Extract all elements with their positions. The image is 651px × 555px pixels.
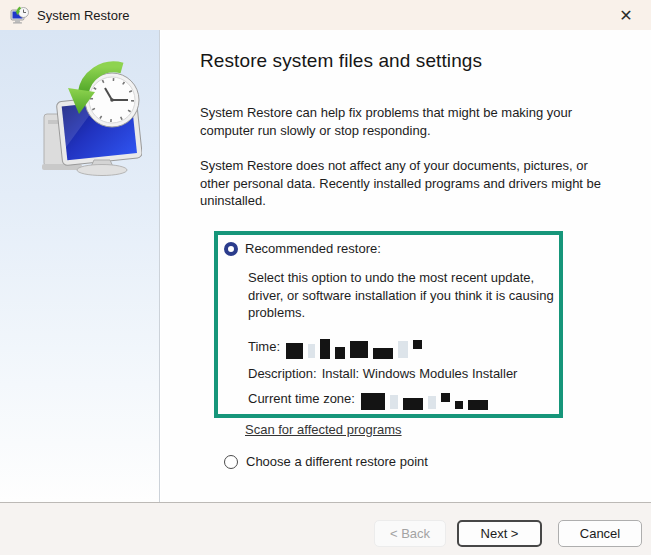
recommended-restore-description: Select this option to undo the most rece… [248, 269, 554, 322]
recommended-restore-label: Recommended restore: [245, 241, 381, 256]
close-icon[interactable]: ✕ [613, 3, 639, 27]
restore-time-row: Time: [248, 339, 427, 359]
footer-bar: < Back Next > Cancel [0, 502, 651, 555]
scan-affected-programs-link[interactable]: Scan for affected programs [245, 422, 402, 437]
timezone-value-redacted [361, 391, 493, 410]
choose-different-restore-radio[interactable] [224, 455, 238, 469]
window-title: System Restore [37, 8, 129, 23]
intro-paragraph: System Restore can help fix problems tha… [200, 104, 572, 139]
time-value-redacted [286, 339, 427, 359]
timezone-label: Current time zone: [248, 391, 355, 406]
description-value: Install: Windows Modules Installer [322, 366, 518, 381]
system-restore-icon [10, 6, 30, 24]
timezone-row: Current time zone: [248, 391, 493, 410]
safety-paragraph: System Restore does not affect any of yo… [200, 157, 601, 210]
titlebar: System Restore ✕ [0, 0, 651, 30]
restore-description-row: Description: Install: Windows Modules In… [248, 366, 517, 381]
recommended-restore-radio[interactable] [224, 242, 238, 256]
page-title: Restore system files and settings [200, 50, 482, 72]
cancel-button[interactable]: Cancel [558, 520, 642, 547]
back-button[interactable]: < Back [374, 520, 446, 547]
next-button[interactable]: Next > [457, 520, 542, 547]
main-content: Restore system files and settings System… [161, 30, 651, 502]
sidebar [0, 30, 160, 502]
description-label: Description: [248, 366, 317, 381]
choose-different-restore-label: Choose a different restore point [246, 454, 428, 469]
time-label: Time: [248, 339, 280, 354]
recommended-restore-group: Recommended restore: Select this option … [214, 231, 563, 418]
choose-different-restore-row: Choose a different restore point [224, 454, 428, 469]
system-restore-logo-icon [42, 58, 142, 176]
system-restore-window: System Restore ✕ [0, 0, 651, 555]
